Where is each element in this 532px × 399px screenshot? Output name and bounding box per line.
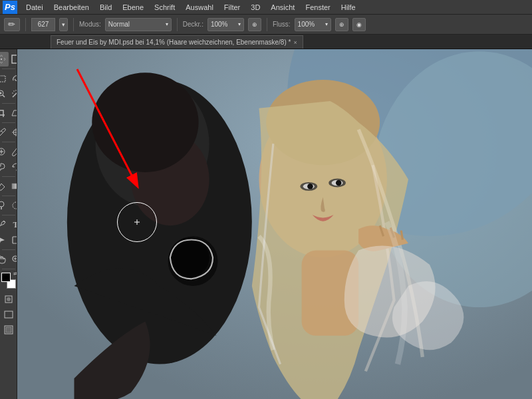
tool-group-eyedropper	[0, 125, 17, 140]
hand-tool[interactable]	[0, 252, 9, 267]
svg-point-3	[0, 92, 1, 94]
eraser-tool[interactable]	[0, 179, 9, 194]
toolbar-divider-3	[2, 122, 15, 123]
foreground-color-swatch[interactable]	[1, 273, 11, 282]
main-area: T ⇄	[0, 49, 532, 399]
brush-tool-icon[interactable]: ✏	[4, 18, 20, 31]
change-screen-mode[interactable]	[1, 323, 16, 337]
toolbar-divider-2	[2, 103, 15, 104]
svg-point-8	[12, 92, 13, 94]
perspective-crop-tool[interactable]	[9, 106, 18, 120]
dodge-tool[interactable]	[0, 198, 9, 213]
gradient-tool[interactable]	[9, 179, 18, 194]
menu-bearbeiten[interactable]: Bearbeiten	[49, 2, 94, 13]
opacity-dropdown[interactable]: 100% ▾	[207, 18, 244, 31]
swap-colors-icon[interactable]: ⇄	[13, 271, 17, 277]
svg-line-4	[3, 95, 5, 97]
tool-group-selection	[0, 71, 17, 86]
shape-tool[interactable]	[9, 233, 18, 247]
tool-group-path	[0, 233, 17, 247]
flow-arrow: ▾	[325, 21, 328, 27]
toolbar-divider-1	[2, 68, 15, 69]
tool-group-quickselect	[0, 86, 17, 101]
menu-3d[interactable]: 3D	[246, 2, 265, 13]
ps-logo: Ps	[3, 1, 17, 14]
eyedropper-tool[interactable]	[0, 125, 9, 140]
toolbar-divider-5	[2, 176, 15, 177]
opacity-arrow: ▾	[238, 21, 241, 27]
menu-bar: Ps Datei Bearbeiten Bild Ebene Schrift A…	[0, 0, 532, 15]
svg-rect-0	[12, 55, 18, 63]
menu-bild[interactable]: Bild	[95, 2, 116, 13]
menu-filter[interactable]: Filter	[219, 2, 245, 13]
mode-label: Modus:	[79, 21, 101, 28]
mode-dropdown-arrow: ▾	[166, 21, 168, 27]
svg-rect-18	[12, 184, 18, 189]
tab-title: Feuer und Eis by MDI.psd bei 14,1% (Haar…	[57, 39, 291, 46]
svg-point-46	[307, 184, 313, 190]
text-tool[interactable]: T	[9, 217, 18, 232]
flow-label: Fluss:	[273, 21, 291, 28]
menu-auswahl[interactable]: Auswahl	[181, 2, 218, 13]
clone-stamp-tool[interactable]	[0, 160, 9, 174]
menu-ansicht[interactable]: Ansicht	[266, 2, 299, 13]
path-selection-tool[interactable]	[0, 233, 9, 247]
svg-point-47	[336, 180, 342, 186]
artboard-tool[interactable]	[9, 52, 18, 66]
menu-hilfe[interactable]: Hilfe	[336, 2, 360, 13]
svg-point-19	[0, 201, 4, 207]
opacity-label: Deckr.:	[183, 21, 203, 28]
quick-select-tool[interactable]	[0, 86, 9, 101]
canvas-area	[17, 49, 532, 399]
color-sampler-tool[interactable]	[9, 125, 18, 140]
tool-group-dodge	[0, 198, 17, 213]
color-swatches-area: ⇄	[1, 273, 16, 289]
svg-point-21	[13, 202, 18, 209]
magic-wand-tool[interactable]	[9, 86, 18, 101]
svg-line-10	[1, 131, 3, 132]
tool-group-move	[0, 52, 17, 66]
tool-group-eraser	[0, 179, 17, 194]
menu-fenster[interactable]: Fenster	[301, 2, 334, 13]
toolbar-divider-9	[2, 269, 15, 269]
svg-point-22	[3, 221, 5, 222]
crop-tool[interactable]	[0, 106, 9, 120]
brush-tool[interactable]	[9, 144, 18, 159]
svg-rect-32	[6, 327, 11, 332]
tab-close-button[interactable]: ×	[293, 39, 297, 46]
menu-datei[interactable]: Datei	[21, 2, 48, 13]
toolbar-divider-7	[2, 215, 15, 215]
lasso-tool[interactable]	[9, 71, 18, 86]
pen-tool[interactable]	[0, 217, 9, 232]
tab-bar: Feuer und Eis by MDI.psd bei 14,1% (Haar…	[0, 35, 532, 49]
tool-group-hand	[0, 252, 17, 267]
blur-tool[interactable]	[9, 198, 18, 213]
pressure-flow-icon[interactable]: ⊕	[335, 18, 348, 31]
quick-mask-mode[interactable]	[1, 292, 16, 307]
tool-group-heal	[0, 144, 17, 159]
svg-point-7	[13, 90, 15, 92]
zoom-tool[interactable]	[9, 252, 18, 267]
svg-point-39	[92, 72, 198, 172]
options-bar: ✏ 627 ▾ Modus: Normal ▾ Deckr.: 100% ▾ ⊕…	[0, 15, 532, 35]
brush-size-display[interactable]: 627	[31, 18, 55, 31]
mode-dropdown[interactable]: Normal ▾	[105, 18, 172, 31]
svg-rect-23	[13, 237, 18, 243]
menu-schrift[interactable]: Schrift	[150, 2, 180, 13]
brush-preset-picker[interactable]: ▾	[59, 18, 68, 31]
left-toolbar: T ⇄	[0, 49, 17, 399]
toolbar-divider-4	[2, 142, 15, 142]
document-tab[interactable]: Feuer und Eis by MDI.psd bei 14,1% (Haar…	[51, 35, 303, 49]
menu-ebene[interactable]: Ebene	[118, 2, 148, 13]
rect-marquee-tool[interactable]	[0, 71, 9, 86]
flow-dropdown[interactable]: 100% ▾	[295, 18, 331, 31]
airbrush-icon[interactable]: ◉	[352, 18, 366, 31]
spot-healing-tool[interactable]	[0, 144, 9, 159]
move-tool[interactable]	[0, 52, 9, 66]
screen-mode[interactable]	[1, 307, 16, 322]
tool-group-pen: T	[0, 217, 17, 232]
history-brush-tool[interactable]	[9, 160, 18, 174]
svg-point-9	[15, 90, 17, 91]
pressure-opacity-icon[interactable]: ⊕	[248, 18, 261, 31]
svg-rect-1	[0, 76, 5, 82]
